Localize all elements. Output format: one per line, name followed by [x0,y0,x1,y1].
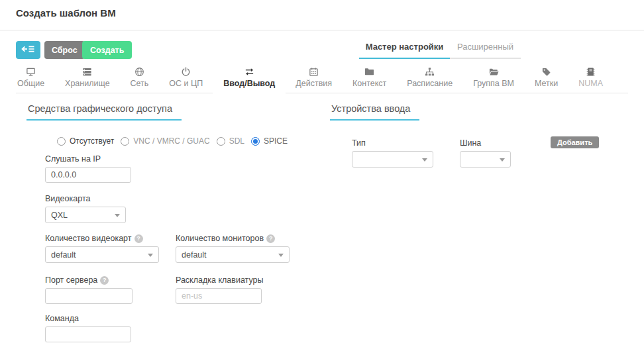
help-icon[interactable]: ? [266,234,275,243]
memory-chip-icon [586,67,596,77]
tab-actions[interactable]: Действия [294,66,333,93]
tab-advanced[interactable]: Расширенный [450,42,521,59]
radio-label: SDL [229,136,244,146]
radio-label: Отсутствует [70,136,114,146]
tab-schedule[interactable]: Расписание [405,66,454,93]
tab-wizard[interactable]: Мастер настройки [359,42,450,59]
monitor-count-label: Количество мониторов ? [176,234,290,243]
device-type-select[interactable] [352,151,433,168]
tab-input-output[interactable]: Ввод/Вывод [222,66,276,93]
settings-tabbar: Общие Хранилище Сеть ОС и ЦП [16,66,628,93]
listen-ip-label: Слушать на IP [45,154,318,164]
radio-icon [121,137,129,146]
tab-label: ОС и ЦП [169,79,203,88]
tab-label: Расписание [407,79,453,88]
graphics-section: Средства графического доступа Отсутствуе… [27,103,318,342]
folder-open-icon [489,67,499,77]
radio-label: VNC / VMRC / GUAC [133,136,209,146]
tab-os-cpu[interactable]: ОС и ЦП [168,66,204,93]
tab-general[interactable]: Общие [16,66,46,93]
help-icon[interactable]: ? [100,276,109,285]
tab-label: Контекст [352,79,386,88]
back-to-list-button[interactable] [16,41,40,59]
reset-button[interactable]: Сброс [44,41,85,59]
tab-label: Сеть [131,79,149,88]
keymap-input[interactable] [176,288,262,304]
sitemap-icon [425,67,435,77]
back-to-list-icon [21,44,35,56]
radio-spice[interactable]: SPICE [251,136,288,146]
tab-label: Действия [295,79,332,88]
tab-storage[interactable]: Хранилище [64,66,111,93]
create-vm-template-page: Создать шаблон ВМ Сброс Создать Мастер н… [0,0,644,345]
video-count-select[interactable]: default [45,246,159,263]
device-bus-label: Шина [460,138,511,148]
folder-icon [364,67,374,77]
tab-label: Группа ВМ [473,79,514,88]
tag-icon [541,67,551,77]
header-divider [0,30,644,30]
tab-label: Хранилище [65,79,110,88]
power-icon [181,67,191,77]
tab-label: Метки [535,79,558,88]
device-bus-select[interactable] [460,151,511,168]
tab-label: NUMA [578,79,603,88]
server-port-input[interactable] [45,288,133,304]
desktop-icon [26,67,36,77]
create-button[interactable]: Создать [82,41,132,59]
swap-arrows-icon [244,67,254,77]
listen-ip-input[interactable] [45,167,131,183]
input-devices-section: Устройства ввода Тип Шина Добавить [330,103,628,195]
tab-network[interactable]: Сеть [129,66,150,93]
tab-vm-group[interactable]: Группа ВМ [472,66,515,93]
server-port-label: Порт сервера ? [45,275,159,285]
radio-sdl[interactable]: SDL [217,136,244,146]
tab-label: Общие [17,79,44,88]
radio-none[interactable]: Отсутствует [57,136,114,146]
tab-context[interactable]: Контекст [351,66,388,93]
selected-value: QXL [51,211,68,220]
graphics-type-radio-group: Отсутствует VNC / VMRC / GUAC SDL SPICE [27,136,318,146]
monitor-count-select[interactable]: default [176,246,290,263]
radio-vnc[interactable]: VNC / VMRC / GUAC [121,136,209,146]
command-label: Команда [45,314,318,323]
add-device-button[interactable]: Добавить [551,136,599,148]
video-card-select[interactable]: QXL [45,207,126,223]
help-icon[interactable]: ? [134,234,143,243]
radio-icon [57,137,66,146]
selected-value: default [182,250,207,260]
video-card-label: Видеокарта [45,194,318,203]
device-type-label: Тип [352,138,433,148]
keymap-label: Раскладка клавиатуры [176,275,264,285]
globe-icon [134,67,144,77]
tab-labels[interactable]: Метки [533,66,559,93]
selected-value: default [51,250,76,260]
tab-numa[interactable]: NUMA [577,66,604,93]
page-title: Создать шаблон ВМ [16,7,116,19]
command-input[interactable] [45,326,131,342]
storage-icon [82,67,92,77]
radio-label: SPICE [264,136,288,146]
graphics-section-title: Средства графического доступа [27,103,182,121]
radio-icon [251,137,260,146]
calendar-icon [309,67,319,77]
radio-icon [217,137,225,146]
tab-label: Ввод/Вывод [223,79,275,88]
input-devices-section-title: Устройства ввода [330,103,419,121]
video-count-label: Количество видеокарт ? [45,234,159,243]
wizard-mode-tabs: Мастер настройки Расширенный [359,42,521,59]
